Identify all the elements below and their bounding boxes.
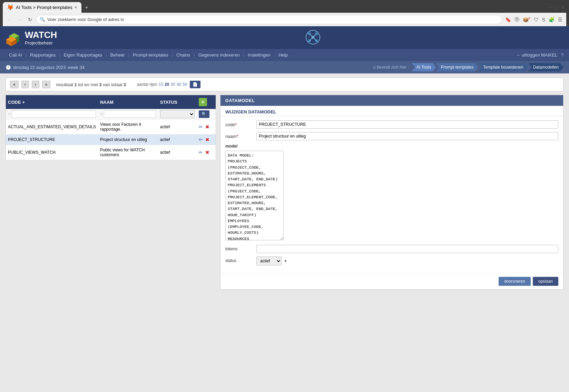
panel-subheader: WIJZIGEN DATAMODEL xyxy=(220,106,563,116)
filter-naam-cell: ▽ xyxy=(98,109,158,120)
filter-status-select[interactable]: actief inactief xyxy=(160,110,195,118)
minimize-button[interactable]: ─ xyxy=(547,4,552,11)
table-body: ACTUAL_AND_ESTIMATED_VIEWS_DETAILS Views… xyxy=(6,120,216,160)
content-area: « ‹ › » resultaat 1 tot en met 3 van tot… xyxy=(0,73,569,294)
new-tab-button[interactable]: + xyxy=(81,2,91,13)
rows-20-active[interactable]: 20 xyxy=(165,82,169,87)
tokens-label: tokens xyxy=(225,245,253,251)
pagination-bar: « ‹ › » resultaat 1 tot en met 3 van tot… xyxy=(6,78,563,91)
browser-extension-icons: 🔖 Ⓡ 📦0 🛡 S 🧩 ☰ xyxy=(504,16,563,24)
logo-watch: WATCH xyxy=(25,30,57,40)
svg-point-9 xyxy=(308,32,311,35)
export-button[interactable]: 📄 xyxy=(190,81,200,88)
logout-link[interactable]: → uitloggen MAIKEL ? xyxy=(516,52,563,58)
table-row: ACTUAL_AND_ESTIMATED_VIEWS_DETAILS Views… xyxy=(6,120,216,134)
browser-toolbar: ← → ↻ 🔍 Voer zoekterm voor Google of adr… xyxy=(3,13,566,26)
breadcrumb-date: 🕐 dinsdag 22 augustus 2023 week 34 xyxy=(6,65,85,70)
week-text: week 34 xyxy=(68,65,85,70)
extension-badge-icon[interactable]: 📦0 xyxy=(522,16,531,23)
filter-row: ▽ ▽ a xyxy=(6,109,216,120)
breadcrumb-prompt-templates[interactable]: Prompt-templates xyxy=(436,63,479,71)
svg-point-11 xyxy=(308,39,311,42)
prev-page-button[interactable]: ‹ xyxy=(21,81,29,88)
next-page-button[interactable]: › xyxy=(32,81,39,88)
extension-r-icon[interactable]: Ⓡ xyxy=(513,16,520,24)
extension-s-icon[interactable]: S xyxy=(541,16,546,23)
add-row-button[interactable]: + xyxy=(199,98,207,106)
model-textarea[interactable]: DATA MODEL: PROJECTS (PROJECT_CODE, ESTI… xyxy=(225,151,284,240)
datamodel-panel: DATAMODEL WIJZIGEN DATAMODEL code* naam* xyxy=(220,95,563,290)
filter-search-button[interactable]: 🔍 xyxy=(199,110,209,118)
last-page-button[interactable]: » xyxy=(42,81,51,88)
delete-button-row3[interactable]: ✖ xyxy=(205,150,209,155)
filter-naam-input[interactable] xyxy=(104,110,156,118)
col-code[interactable]: CODE + xyxy=(6,95,98,109)
browser-chrome: 🦊 AI Tools > Prompt-templates ✕ + ─ □ ✕ … xyxy=(0,0,569,26)
edit-button-row1[interactable]: ✏ xyxy=(199,124,203,130)
center-logo xyxy=(305,30,321,46)
rows-50[interactable]: 50 xyxy=(183,82,187,87)
tokens-row: tokens xyxy=(225,245,558,253)
row1-code: ACTUAL_AND_ESTIMATED_VIEWS_DETAILS xyxy=(6,120,98,134)
rows-label: aantal rijen xyxy=(137,82,157,87)
rows-10[interactable]: 10 xyxy=(159,82,163,87)
edit-button-row2[interactable]: ✏ xyxy=(199,137,203,142)
delete-button-row2[interactable]: ✖ xyxy=(205,137,209,142)
code-row: code* xyxy=(225,120,558,129)
nav-instellingen[interactable]: Instellingen xyxy=(244,49,274,61)
tokens-input[interactable] xyxy=(256,245,558,253)
maximize-button[interactable]: □ xyxy=(554,4,559,11)
status-row: status actief inactief ▼ xyxy=(225,257,558,265)
refresh-button[interactable]: ↻ xyxy=(26,16,34,23)
nav-rapportages[interactable]: Rapportages xyxy=(27,49,59,61)
back-button[interactable]: ← xyxy=(6,16,14,23)
nav-eigen-rapportages[interactable]: Eigen Rapportages xyxy=(60,49,106,61)
nav-help[interactable]: Help xyxy=(275,49,291,61)
breadcrumb-datamodellen[interactable]: Datamodellen xyxy=(528,63,563,71)
nav-chains[interactable]: Chains xyxy=(173,49,194,61)
row3-status: actief xyxy=(158,145,197,160)
tab-close-button[interactable]: ✕ xyxy=(74,5,77,10)
nav-prompt-templates[interactable]: Prompt-templates xyxy=(129,49,172,61)
status-select[interactable]: actief inactief xyxy=(256,257,282,265)
row1-status: actief xyxy=(158,120,197,134)
naam-input[interactable] xyxy=(256,132,558,140)
rows-30[interactable]: 30 xyxy=(170,82,175,87)
col-naam[interactable]: NAAM xyxy=(98,95,158,109)
bookmark-icon[interactable]: 🔖 xyxy=(504,16,512,23)
nav-gegevens-indexeren[interactable]: Gegevens indexeren xyxy=(195,49,243,61)
status-select-wrapper: actief inactief ▼ xyxy=(256,257,287,265)
extension-puzzle-icon[interactable]: 🧩 xyxy=(548,16,556,23)
svg-point-13 xyxy=(312,36,314,39)
help-icon: ? xyxy=(561,52,563,58)
doorvoeren-button[interactable]: doorvoeren xyxy=(499,277,531,286)
opslaan-button[interactable]: opslaan xyxy=(533,277,558,286)
close-window-button[interactable]: ✕ xyxy=(560,4,566,11)
forward-button[interactable]: → xyxy=(16,16,24,23)
filter-code-input[interactable] xyxy=(12,110,96,118)
edit-button-row3[interactable]: ✏ xyxy=(199,150,203,155)
logout-icon: → xyxy=(516,52,520,58)
address-bar[interactable]: 🔍 Voer zoekterm voor Google of adres in xyxy=(36,15,502,24)
breadcrumb-ai-tools[interactable]: AI Tools xyxy=(412,63,436,71)
row3-actions: ✏ ✖ xyxy=(197,145,216,160)
nav-beheer[interactable]: Beheer xyxy=(107,49,128,61)
rows-40[interactable]: 40 xyxy=(177,82,181,87)
model-label-row: model xyxy=(225,144,558,149)
col-status[interactable]: STATUS xyxy=(158,95,197,109)
model-label: model xyxy=(225,144,558,149)
filter-search-cell: 🔍 xyxy=(197,109,216,120)
nav-call-ai[interactable]: Call AI xyxy=(6,49,26,61)
table-row: PROJECT_STRUCTURE Project structuur en u… xyxy=(6,134,216,145)
browser-menu-button[interactable]: ☰ xyxy=(557,16,563,23)
code-input[interactable] xyxy=(256,120,558,129)
col-status-label: STATUS xyxy=(160,100,177,105)
breadcrumb-template-bouwstenen[interactable]: Template bouwstenen xyxy=(478,63,528,71)
active-tab[interactable]: 🦊 AI Tools > Prompt-templates ✕ xyxy=(3,2,81,13)
datamodellen-table: CODE + NAAM STATUS + xyxy=(6,95,216,160)
main-content: CODE + NAAM STATUS + xyxy=(6,95,563,290)
first-page-button[interactable]: « xyxy=(10,81,19,88)
logo-icon xyxy=(6,29,23,46)
delete-button-row1[interactable]: ✖ xyxy=(205,124,209,130)
extension-shield-icon[interactable]: 🛡 xyxy=(533,16,540,23)
